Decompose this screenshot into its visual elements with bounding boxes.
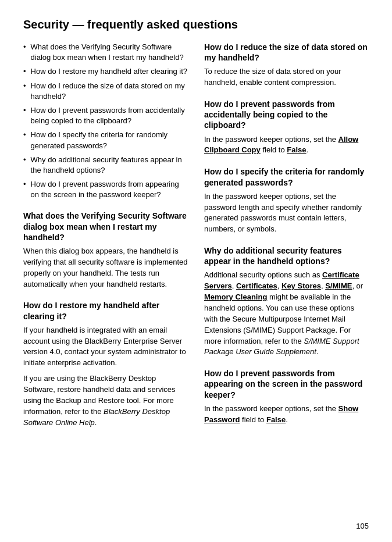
keyword-smime: S/MIME xyxy=(325,281,352,290)
list-item: How do I prevent passwords from accident… xyxy=(23,105,188,126)
list-item: What does the Verifying Security Softwar… xyxy=(23,42,188,63)
keyword-memory-cleaning: Memory Cleaning xyxy=(204,293,267,301)
section-body: In the password keeper options, set the … xyxy=(204,134,369,156)
section-heading: How do I prevent passwords from accident… xyxy=(204,99,369,131)
section-heading: How do I prevent passwords from appearin… xyxy=(204,368,369,400)
left-column: What does the Verifying Security Softwar… xyxy=(23,42,188,438)
keyword-false-1: False xyxy=(287,145,306,154)
section-reduce-size: How do I reduce the size of data stored … xyxy=(204,42,369,88)
content-area: What does the Verifying Security Softwar… xyxy=(23,42,369,438)
keyword-key-stores: Key Stores xyxy=(281,281,321,290)
section-heading: What does the Verifying Security Softwar… xyxy=(23,211,188,243)
section-body: In the password keeper options, set the … xyxy=(204,404,369,426)
section-additional-security: Why do additional security features appe… xyxy=(204,245,369,358)
section-body: To reduce the size of data stored on you… xyxy=(204,66,369,88)
page-number: 105 xyxy=(356,522,369,530)
section-specify-criteria: How do I specify the criteria for random… xyxy=(204,166,369,235)
section-body: Additional security options such as Cert… xyxy=(204,270,369,358)
section-body-2: If you are using the BlackBerry Desktop … xyxy=(23,373,188,428)
section-heading: How do I specify the criteria for random… xyxy=(204,166,369,187)
right-column: How do I reduce the size of data stored … xyxy=(204,42,369,438)
section-prevent-clipboard: How do I prevent passwords from accident… xyxy=(204,99,369,156)
section-body: When this dialog box appears, the handhe… xyxy=(23,246,188,290)
keyword-allow-clipboard-copy: Allow Clipboard Copy xyxy=(204,135,358,155)
list-item: How do I reduce the size of data stored … xyxy=(23,81,188,102)
list-item: How do I specify the criteria for random… xyxy=(23,130,188,151)
section-restore-handheld: How do I restore my handheld after clear… xyxy=(23,300,188,428)
page-title: Security — frequently asked questions xyxy=(23,17,369,31)
section-heading: How do I restore my handheld after clear… xyxy=(23,300,188,321)
section-heading: Why do additional security features appe… xyxy=(204,245,369,266)
keyword-false-2: False xyxy=(266,415,286,424)
section-prevent-appearing: How do I prevent passwords from appearin… xyxy=(204,368,369,425)
list-item: How do I restore my handheld after clear… xyxy=(23,66,188,77)
section-verifying-security: What does the Verifying Security Softwar… xyxy=(23,211,188,290)
italic-text: BlackBerry Desktop Software Online Help xyxy=(23,407,170,427)
italic-text: S/MIME Support Package User Guide Supple… xyxy=(204,337,359,356)
section-body-1: If your handheld is integrated with an e… xyxy=(23,325,188,369)
section-body: In the password keeper options, set the … xyxy=(204,191,369,235)
list-item: How do I prevent passwords from appearin… xyxy=(23,179,188,200)
keyword-certificates: Certificates xyxy=(236,281,277,290)
list-item: Why do additional security features appe… xyxy=(23,155,188,176)
section-heading: How do I reduce the size of data stored … xyxy=(204,42,369,63)
table-of-contents: What does the Verifying Security Softwar… xyxy=(23,42,188,200)
